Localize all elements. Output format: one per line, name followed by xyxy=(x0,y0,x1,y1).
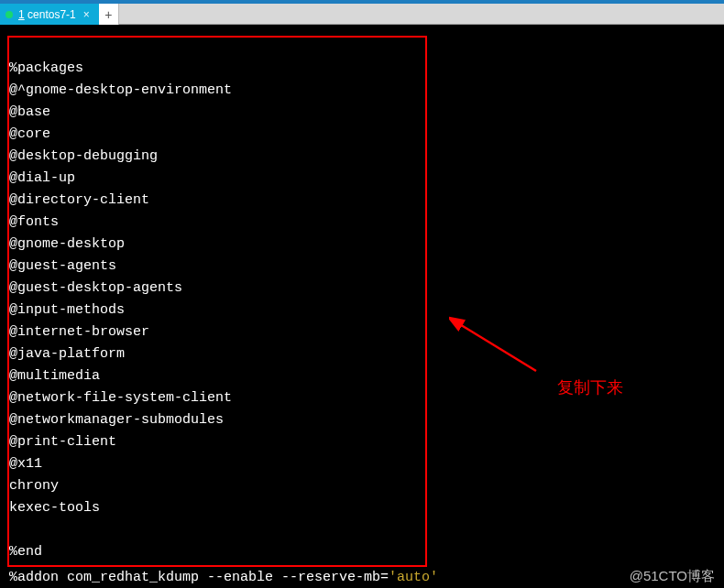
package-line: @desktop-debugging xyxy=(9,148,158,164)
package-line: @x11 xyxy=(9,456,42,472)
status-dot-icon xyxy=(5,11,13,18)
packages-end: %end xyxy=(9,544,42,560)
annotation-text: 复制下来 xyxy=(557,376,623,398)
package-line: @directory-client xyxy=(9,192,149,208)
watermark: @51CTO博客 xyxy=(630,568,715,585)
package-line: @input-methods xyxy=(9,302,125,318)
package-line: @networkmanager-submodules xyxy=(9,412,224,428)
package-line: @^gnome-desktop-environment xyxy=(9,82,232,98)
tab-centos7-1[interactable]: 1 centos7-1 × xyxy=(0,4,99,25)
package-line: @core xyxy=(9,126,50,142)
package-line: kexec-tools xyxy=(9,500,100,516)
package-line: @guest-desktop-agents xyxy=(9,280,182,296)
terminal-content: %packages @^gnome-desktop-environment @b… xyxy=(9,32,715,563)
terminal-area[interactable]: %packages @^gnome-desktop-environment @b… xyxy=(0,25,724,588)
tab-bar: 1 centos7-1 × + xyxy=(0,4,724,25)
packages-header: %packages xyxy=(9,60,83,76)
new-tab-button[interactable]: + xyxy=(99,4,119,25)
package-line: @fonts xyxy=(9,214,59,230)
package-line: @multimedia xyxy=(9,368,100,384)
package-line: @dial-up xyxy=(9,170,75,186)
tab-label: 1 centos7-1 xyxy=(18,8,76,21)
close-icon[interactable]: × xyxy=(82,9,92,20)
package-line: @internet-browser xyxy=(9,324,149,340)
package-line: chrony xyxy=(9,478,59,494)
package-line: @print-client xyxy=(9,434,116,450)
package-line: @java-platform xyxy=(9,346,125,362)
package-line: @network-file-system-client xyxy=(9,390,232,406)
package-line: @base xyxy=(9,104,50,120)
package-line: @gnome-desktop xyxy=(9,236,125,252)
addon-line: %addon com_redhat_kdump --enable --reser… xyxy=(9,570,438,585)
package-line: @guest-agents xyxy=(9,258,116,274)
